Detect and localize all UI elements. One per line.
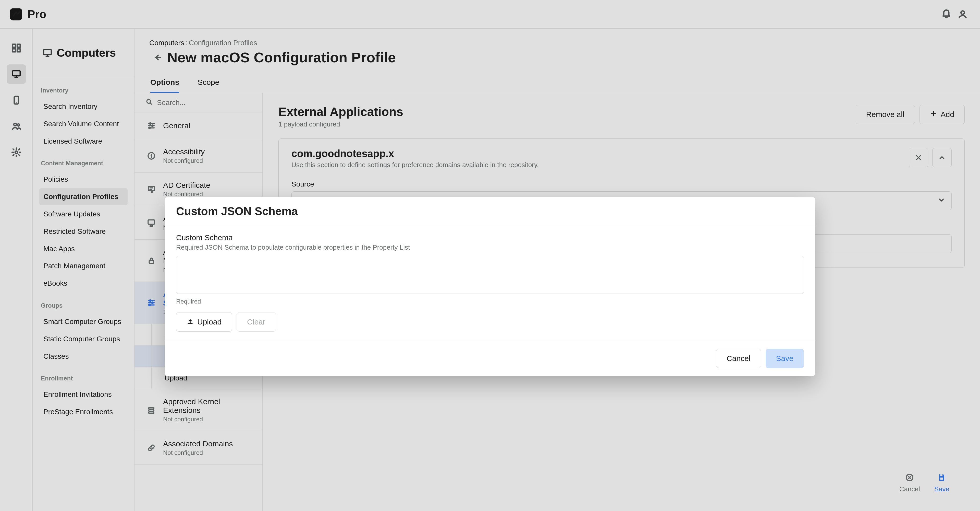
modal-title: Custom JSON Schema (176, 205, 804, 218)
modal-field-help: Required JSON Schema to populate configu… (176, 243, 804, 251)
upload-icon (186, 318, 194, 327)
custom-schema-textarea[interactable] (176, 256, 804, 294)
modal-upload-button[interactable]: Upload (176, 312, 232, 332)
custom-json-schema-modal: Custom JSON Schema Custom Schema Require… (165, 197, 815, 376)
modal-upload-label: Upload (197, 318, 221, 326)
modal-body: Custom Schema Required JSON Schema to po… (165, 225, 815, 341)
modal-footer: Cancel Save (165, 341, 815, 376)
modal-cancel-button[interactable]: Cancel (716, 349, 761, 368)
modal-required-hint: Required (176, 298, 804, 305)
modal-save-button[interactable]: Save (765, 349, 804, 368)
modal-overlay[interactable]: Custom JSON Schema Custom Schema Require… (0, 0, 980, 511)
modal-clear-button[interactable]: Clear (237, 312, 276, 332)
modal-field-label: Custom Schema (176, 233, 804, 242)
modal-header: Custom JSON Schema (165, 197, 815, 225)
